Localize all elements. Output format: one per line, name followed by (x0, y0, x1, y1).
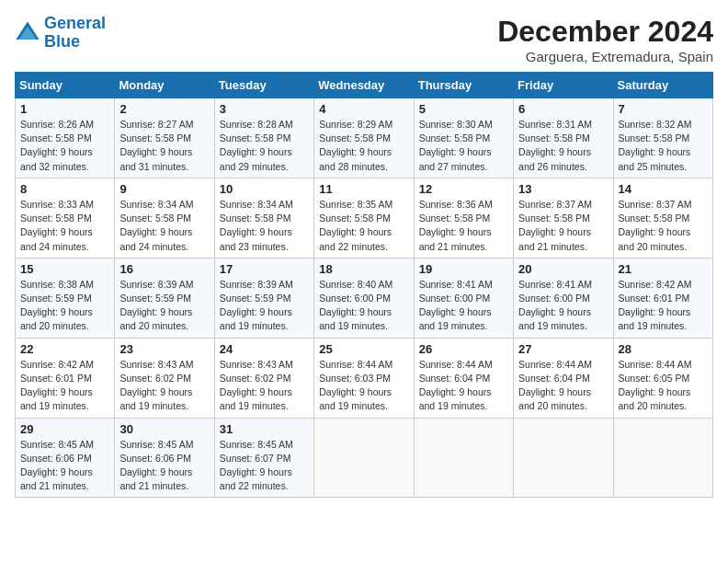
calendar-week-row: 8Sunrise: 8:33 AMSunset: 5:58 PMDaylight… (16, 178, 713, 258)
calendar-cell: 31Sunrise: 8:45 AMSunset: 6:07 PMDayligh… (214, 418, 313, 498)
calendar-cell: 20Sunrise: 8:41 AMSunset: 6:00 PMDayligh… (514, 258, 613, 338)
day-number: 6 (518, 102, 608, 116)
calendar-body: 1Sunrise: 8:26 AMSunset: 5:58 PMDaylight… (16, 98, 713, 498)
weekday-header: Sunday (16, 73, 115, 98)
title-block: December 2024 Garguera, Extremadura, Spa… (497, 15, 713, 64)
day-info: Sunrise: 8:39 AMSunset: 5:59 PMDaylight:… (119, 278, 209, 334)
calendar-cell: 1Sunrise: 8:26 AMSunset: 5:58 PMDaylight… (16, 98, 115, 178)
day-info: Sunrise: 8:44 AMSunset: 6:03 PMDaylight:… (319, 358, 408, 414)
calendar-cell: 6Sunrise: 8:31 AMSunset: 5:58 PMDaylight… (514, 98, 613, 178)
calendar-cell (414, 418, 513, 498)
calendar-week-row: 29Sunrise: 8:45 AMSunset: 6:06 PMDayligh… (16, 418, 713, 498)
day-number: 25 (319, 342, 408, 356)
day-info: Sunrise: 8:34 AMSunset: 5:58 PMDaylight:… (220, 198, 309, 254)
calendar-cell: 18Sunrise: 8:40 AMSunset: 6:00 PMDayligh… (314, 258, 414, 338)
day-info: Sunrise: 8:44 AMSunset: 6:04 PMDaylight:… (419, 358, 508, 414)
day-info: Sunrise: 8:32 AMSunset: 5:58 PMDaylight:… (619, 118, 708, 174)
calendar-cell: 3Sunrise: 8:28 AMSunset: 5:58 PMDaylight… (214, 98, 313, 178)
day-number: 29 (20, 422, 109, 436)
day-number: 23 (119, 342, 209, 356)
logo-icon (15, 20, 40, 46)
day-number: 14 (619, 182, 708, 196)
day-info: Sunrise: 8:33 AMSunset: 5:58 PMDaylight:… (20, 198, 109, 254)
calendar-cell: 23Sunrise: 8:43 AMSunset: 6:02 PMDayligh… (115, 338, 214, 418)
calendar-cell: 24Sunrise: 8:43 AMSunset: 6:02 PMDayligh… (214, 338, 313, 418)
logo-line2: Blue (44, 32, 80, 51)
day-info: Sunrise: 8:36 AMSunset: 5:58 PMDaylight:… (419, 198, 508, 254)
day-info: Sunrise: 8:40 AMSunset: 6:00 PMDaylight:… (319, 278, 408, 334)
day-info: Sunrise: 8:37 AMSunset: 5:58 PMDaylight:… (518, 198, 608, 254)
weekday-header: Wednesday (314, 73, 414, 98)
day-number: 4 (319, 102, 408, 116)
weekday-header: Thursday (414, 73, 513, 98)
calendar-cell: 9Sunrise: 8:34 AMSunset: 5:58 PMDaylight… (115, 178, 214, 258)
calendar-cell: 12Sunrise: 8:36 AMSunset: 5:58 PMDayligh… (414, 178, 513, 258)
calendar-cell: 8Sunrise: 8:33 AMSunset: 5:58 PMDaylight… (16, 178, 115, 258)
weekday-header: Tuesday (214, 73, 313, 98)
day-info: Sunrise: 8:45 AMSunset: 6:06 PMDaylight:… (119, 438, 209, 494)
calendar-cell: 16Sunrise: 8:39 AMSunset: 5:59 PMDayligh… (115, 258, 214, 338)
day-number: 13 (518, 182, 608, 196)
calendar-cell (613, 418, 712, 498)
calendar-cell: 29Sunrise: 8:45 AMSunset: 6:06 PMDayligh… (16, 418, 115, 498)
calendar-cell: 27Sunrise: 8:44 AMSunset: 6:04 PMDayligh… (514, 338, 613, 418)
day-number: 12 (419, 182, 508, 196)
day-info: Sunrise: 8:41 AMSunset: 6:00 PMDaylight:… (518, 278, 608, 334)
day-number: 31 (220, 422, 309, 436)
calendar-cell: 25Sunrise: 8:44 AMSunset: 6:03 PMDayligh… (314, 338, 414, 418)
day-number: 19 (419, 262, 508, 276)
logo: General Blue (15, 15, 106, 52)
day-number: 30 (119, 422, 209, 436)
day-number: 27 (518, 342, 608, 356)
day-info: Sunrise: 8:44 AMSunset: 6:05 PMDaylight:… (619, 358, 708, 414)
month-title: December 2024 (497, 15, 713, 49)
calendar-cell: 19Sunrise: 8:41 AMSunset: 6:00 PMDayligh… (414, 258, 513, 338)
calendar-cell: 22Sunrise: 8:42 AMSunset: 6:01 PMDayligh… (16, 338, 115, 418)
day-info: Sunrise: 8:45 AMSunset: 6:07 PMDaylight:… (220, 438, 309, 494)
day-number: 18 (319, 262, 408, 276)
calendar-week-row: 1Sunrise: 8:26 AMSunset: 5:58 PMDaylight… (16, 98, 713, 178)
calendar-cell: 21Sunrise: 8:42 AMSunset: 6:01 PMDayligh… (613, 258, 712, 338)
location-title: Garguera, Extremadura, Spain (497, 49, 713, 64)
calendar-cell: 15Sunrise: 8:38 AMSunset: 5:59 PMDayligh… (16, 258, 115, 338)
day-number: 10 (220, 182, 309, 196)
day-number: 5 (419, 102, 508, 116)
calendar-cell: 4Sunrise: 8:29 AMSunset: 5:58 PMDaylight… (314, 98, 414, 178)
day-info: Sunrise: 8:42 AMSunset: 6:01 PMDaylight:… (20, 358, 109, 414)
logo-line1: General (44, 14, 106, 32)
day-info: Sunrise: 8:42 AMSunset: 6:01 PMDaylight:… (619, 278, 708, 334)
calendar-cell: 26Sunrise: 8:44 AMSunset: 6:04 PMDayligh… (414, 338, 513, 418)
weekday-header-row: SundayMondayTuesdayWednesdayThursdayFrid… (16, 73, 713, 98)
calendar-cell: 17Sunrise: 8:39 AMSunset: 5:59 PMDayligh… (214, 258, 313, 338)
day-info: Sunrise: 8:41 AMSunset: 6:00 PMDaylight:… (419, 278, 508, 334)
day-info: Sunrise: 8:37 AMSunset: 5:58 PMDaylight:… (619, 198, 708, 254)
day-info: Sunrise: 8:31 AMSunset: 5:58 PMDaylight:… (518, 118, 608, 174)
day-info: Sunrise: 8:35 AMSunset: 5:58 PMDaylight:… (319, 198, 408, 254)
day-number: 8 (20, 182, 109, 196)
day-info: Sunrise: 8:43 AMSunset: 6:02 PMDaylight:… (119, 358, 209, 414)
day-number: 1 (20, 102, 109, 116)
day-info: Sunrise: 8:44 AMSunset: 6:04 PMDaylight:… (518, 358, 608, 414)
calendar-cell: 28Sunrise: 8:44 AMSunset: 6:05 PMDayligh… (613, 338, 712, 418)
day-number: 22 (20, 342, 109, 356)
calendar-week-row: 15Sunrise: 8:38 AMSunset: 5:59 PMDayligh… (16, 258, 713, 338)
calendar-cell: 30Sunrise: 8:45 AMSunset: 6:06 PMDayligh… (115, 418, 214, 498)
day-number: 7 (619, 102, 708, 116)
calendar-cell (314, 418, 414, 498)
page-header: General Blue December 2024 Garguera, Ext… (15, 15, 713, 64)
day-number: 16 (119, 262, 209, 276)
day-number: 17 (220, 262, 309, 276)
day-info: Sunrise: 8:30 AMSunset: 5:58 PMDaylight:… (419, 118, 508, 174)
calendar-cell: 5Sunrise: 8:30 AMSunset: 5:58 PMDaylight… (414, 98, 513, 178)
day-number: 11 (319, 182, 408, 196)
day-info: Sunrise: 8:34 AMSunset: 5:58 PMDaylight:… (119, 198, 209, 254)
logo-text: General Blue (44, 15, 106, 52)
calendar-cell (514, 418, 613, 498)
day-info: Sunrise: 8:28 AMSunset: 5:58 PMDaylight:… (220, 118, 309, 174)
calendar-cell: 11Sunrise: 8:35 AMSunset: 5:58 PMDayligh… (314, 178, 414, 258)
day-info: Sunrise: 8:38 AMSunset: 5:59 PMDaylight:… (20, 278, 109, 334)
day-number: 24 (220, 342, 309, 356)
day-info: Sunrise: 8:26 AMSunset: 5:58 PMDaylight:… (20, 118, 109, 174)
day-number: 9 (119, 182, 209, 196)
day-info: Sunrise: 8:29 AMSunset: 5:58 PMDaylight:… (319, 118, 408, 174)
